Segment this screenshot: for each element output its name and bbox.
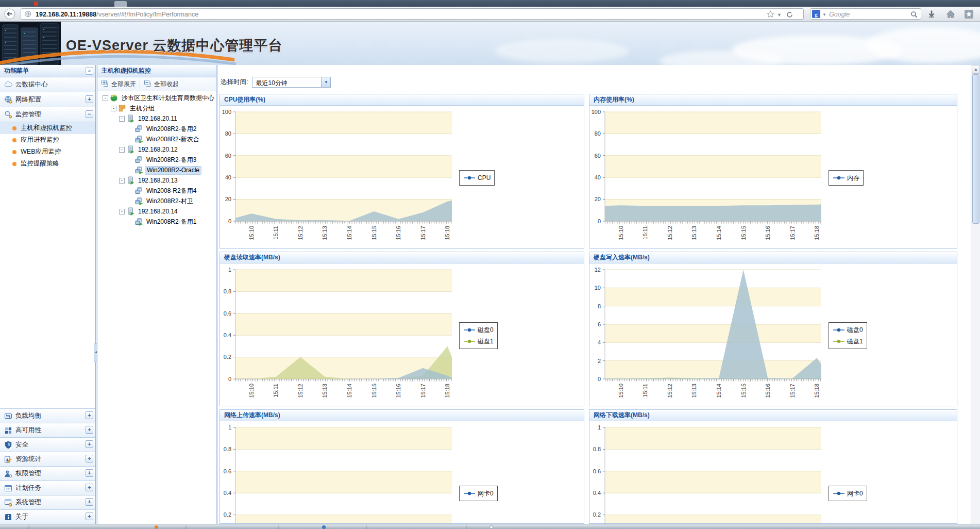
sidebar-section-label: 高可用性 xyxy=(15,426,41,435)
sidebar-section-权限管理[interactable]: 权限管理+ xyxy=(0,466,95,481)
tree-toggle-icon[interactable]: - xyxy=(119,116,125,122)
section-expand-button[interactable]: + xyxy=(86,498,93,506)
legend-label: 磁盘1 xyxy=(847,337,863,346)
chevron-down-icon[interactable]: ▼ xyxy=(321,77,330,87)
legend-label: 网卡0 xyxy=(847,489,863,498)
section-expand-button[interactable]: + xyxy=(86,440,93,448)
sidebar-section-系统管理[interactable]: 系统管理+ xyxy=(0,495,95,509)
svg-text:2: 2 xyxy=(598,358,601,364)
section-expand-button[interactable]: + xyxy=(86,426,93,434)
sidebar-section-高可用性[interactable]: 高可用性+ xyxy=(0,423,95,437)
svg-text:0.6: 0.6 xyxy=(593,468,601,474)
sidebar-section-云数据中心[interactable]: 云数据中心 xyxy=(0,77,95,92)
host-icon xyxy=(126,145,134,154)
legend-item: 磁盘0 xyxy=(833,324,863,336)
tree-node-label: Win2008R2-村卫 xyxy=(145,197,195,205)
section-expand-button[interactable]: + xyxy=(86,95,93,103)
tree-node-host-192.168.20.13[interactable]: -192.168.20.13 xyxy=(97,175,216,186)
svg-text:15:13: 15:13 xyxy=(691,384,698,398)
svg-text:100: 100 xyxy=(592,109,601,115)
sidebar-spacer xyxy=(0,170,95,408)
tree-toggle-icon[interactable]: - xyxy=(111,106,116,111)
taskbar-app-icon[interactable] xyxy=(322,525,326,529)
scrollbar-thumb[interactable] xyxy=(972,74,979,224)
sidebar-item-应用进程监控[interactable]: 应用进程监控 xyxy=(0,134,95,146)
tree-node-vm-Win2008-R2备用4[interactable]: Win2008-R2备用4 xyxy=(97,186,216,196)
tree-node-datacenter[interactable]: -沙市区卫生和计划生育局数据中心 xyxy=(97,93,216,103)
legend-marker-icon xyxy=(833,339,845,344)
tree-node-vm-Win2008R2-备用1[interactable]: Win2008R2-备用1 xyxy=(97,217,216,227)
tree-node-vm-Win2008R2-Oracle[interactable]: Win2008R2-Oracle xyxy=(97,165,216,175)
tree-toggle-icon[interactable]: - xyxy=(103,95,108,101)
taskbar-doc-icon[interactable] xyxy=(489,525,493,529)
tree-toggle-icon[interactable]: - xyxy=(119,147,125,153)
sidebar-item-监控提醒策略[interactable]: 监控提醒策略 xyxy=(0,158,95,170)
tree-node-host-192.168.20.12[interactable]: -192.168.20.12 xyxy=(97,144,216,155)
section-expand-button[interactable]: + xyxy=(86,484,93,491)
tree-node-vm-Win2008R2-备用2[interactable]: Win2008R2-备用2 xyxy=(97,124,216,134)
scrollbar-up-arrow[interactable]: ▲ xyxy=(972,65,980,74)
bookmark-star-icon[interactable] xyxy=(767,10,774,20)
sidebar-section-计划任务[interactable]: 计划任务+ xyxy=(0,481,95,495)
back-button[interactable] xyxy=(4,8,15,20)
sidebar-section-label: 负载均衡 xyxy=(15,411,41,420)
svg-text:60: 60 xyxy=(225,153,231,159)
tree-node-vm-Win2008R2-村卫[interactable]: Win2008R2-村卫 xyxy=(97,196,216,206)
sidebar-function-menu: 功能菜单 « 云数据中心网络配置+监控管理−主机和虚拟机监控应用进程监控WEB应… xyxy=(0,65,96,524)
time-range-select[interactable]: 最近10分钟 ▼ xyxy=(252,77,331,88)
downloads-icon[interactable] xyxy=(927,10,936,20)
expand-all-button[interactable]: 全部展开 xyxy=(97,78,140,90)
os-taskbar[interactable] xyxy=(0,524,980,529)
legend-marker-icon xyxy=(833,175,845,180)
svg-text:15:13: 15:13 xyxy=(322,384,328,398)
chart-legend: 网卡0 xyxy=(829,486,867,501)
engine-dropdown-icon[interactable]: ▼ xyxy=(822,12,826,17)
tree-toggle-icon[interactable]: - xyxy=(119,209,125,214)
host-icon xyxy=(126,114,134,123)
inactive-tab[interactable] xyxy=(114,1,127,7)
section-expand-button[interactable]: + xyxy=(86,469,93,477)
sidebar-item-WEB应用监控[interactable]: WEB应用监控 xyxy=(0,146,95,158)
home-icon[interactable] xyxy=(946,10,955,20)
sidebar-section-安全[interactable]: 安全+ xyxy=(0,437,95,452)
app-header-banner: OE-VServer 云数据中心管理平台 切换主题记事簿(0)提醒通知(3)帮助… xyxy=(0,22,980,65)
taskbar-firefox-icon[interactable] xyxy=(155,525,158,529)
svg-text:10: 10 xyxy=(595,285,601,291)
google-engine-icon[interactable]: g xyxy=(812,10,820,20)
section-collapse-button[interactable]: − xyxy=(86,110,93,118)
svg-text:0: 0 xyxy=(228,376,231,382)
section-expand-button[interactable]: + xyxy=(86,411,93,419)
sidebar-item-主机和虚拟机监控[interactable]: 主机和虚拟机监控 xyxy=(0,122,95,134)
svg-text:15:14: 15:14 xyxy=(346,226,352,240)
tree-node-host-group[interactable]: -主机分组 xyxy=(97,103,216,113)
sidebar-section-负载均衡[interactable]: 负载均衡+ xyxy=(0,408,95,423)
sidebar-item-label: 监控提醒策略 xyxy=(21,159,59,168)
section-expand-button[interactable]: + xyxy=(86,455,93,462)
chart-title: 内存使用率(%) xyxy=(589,94,957,106)
svg-text:15:18: 15:18 xyxy=(444,226,450,240)
tree-node-host-192.168.20.11[interactable]: -192.168.20.11 xyxy=(97,113,216,124)
tree-node-vm-Win2008R2-新农合[interactable]: Win2008R2-新农合 xyxy=(97,134,216,144)
search-icon[interactable] xyxy=(910,11,918,20)
sidebar-section-网络配置[interactable]: 网络配置+ xyxy=(0,92,95,107)
tree-toggle-icon[interactable]: - xyxy=(119,178,125,184)
reload-icon[interactable] xyxy=(786,11,793,20)
tree-node-host-192.168.20.14[interactable]: -192.168.20.14 xyxy=(97,206,216,217)
collapse-all-button[interactable]: 全部收起 xyxy=(140,78,182,90)
chart-panel-内存使用率(%): 内存使用率(%)02040608010015:1015:1115:1215:13… xyxy=(589,94,957,249)
sidebar-section-监控管理[interactable]: 监控管理− xyxy=(0,107,95,122)
url-dropdown-icon[interactable]: ▼ xyxy=(777,12,782,18)
search-input[interactable]: g ▼ Google xyxy=(810,8,921,20)
svg-text:0: 0 xyxy=(598,218,601,224)
sidebar-collapse-button[interactable]: « xyxy=(86,67,93,75)
sidebar-section-关于[interactable]: 关于+ xyxy=(0,509,95,524)
url-bar[interactable]: 192.168.20.11:19888/vserver/#!/fmPolicy/… xyxy=(21,8,804,20)
cloud-icon xyxy=(4,80,12,89)
sidebar-section-资源统计[interactable]: 资源统计+ xyxy=(0,452,95,466)
chart-legend: 网卡0 xyxy=(459,486,498,501)
tree-node-vm-Win2008R2-备用3[interactable]: Win2008R2-备用3 xyxy=(97,155,216,165)
section-expand-button[interactable]: + xyxy=(86,513,93,520)
legend-marker-icon xyxy=(463,339,476,344)
vertical-scrollbar[interactable]: ▲ xyxy=(971,65,980,524)
bookmarks-menu-icon[interactable] xyxy=(965,10,973,21)
